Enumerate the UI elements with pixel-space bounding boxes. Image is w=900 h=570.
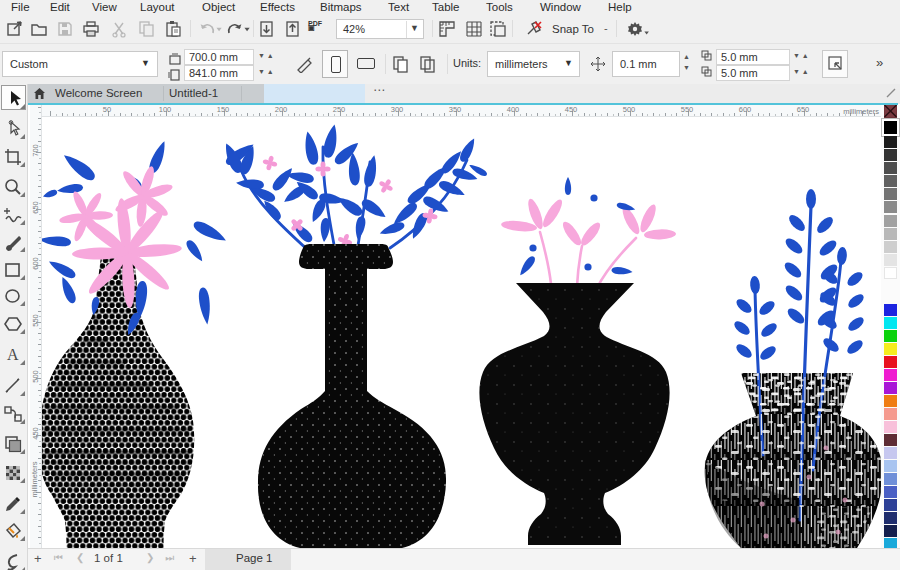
svg-text:A: A [7, 346, 19, 363]
